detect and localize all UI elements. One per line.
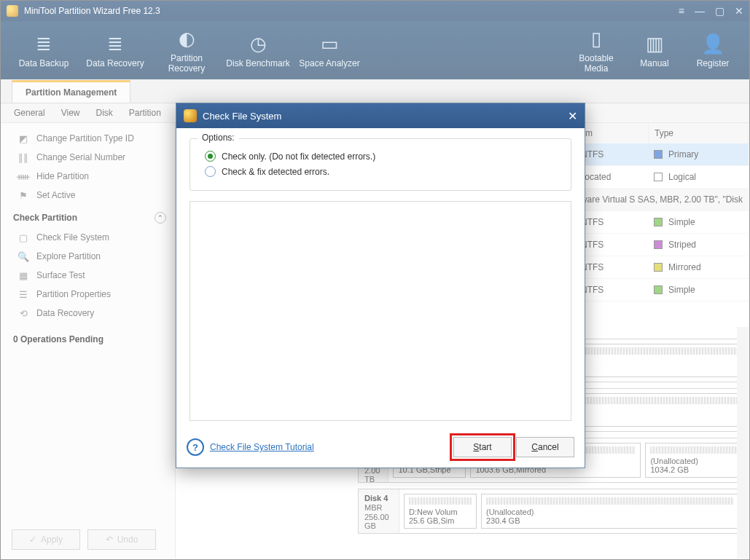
radio-icon [205,166,216,177]
radio-icon [205,151,216,162]
cancel-button[interactable]: Cancel [516,437,574,457]
dialog-body: Options: Check only. (Do not fix detecte… [176,128,585,430]
dialog-close-icon[interactable]: ✕ [568,109,577,123]
dialog-logo-icon [184,109,197,122]
dialog-title-bar[interactable]: Check File System ✕ [176,103,585,128]
help-icon[interactable]: ? [187,438,204,456]
radio-check-only[interactable]: Check only. (Do not fix detected errors.… [205,151,560,162]
tutorial-link[interactable]: Check File System Tutorial [210,442,314,452]
options-fieldset: Options: Check only. (Do not fix detecte… [190,138,571,191]
log-output [190,201,571,421]
dialog-title: Check File System [203,111,281,122]
check-file-system-dialog: Check File System ✕ Options: Check only.… [176,103,585,468]
dialog-footer: ? Check File System Tutorial Start Cance… [176,430,585,468]
app-window: MiniTool Partition Wizard Free 12.3 ≡ — … [0,0,750,560]
start-button[interactable]: Start [453,437,512,457]
radio-check-and-fix[interactable]: Check & fix detected errors. [205,166,560,177]
options-legend: Options: [198,133,239,143]
